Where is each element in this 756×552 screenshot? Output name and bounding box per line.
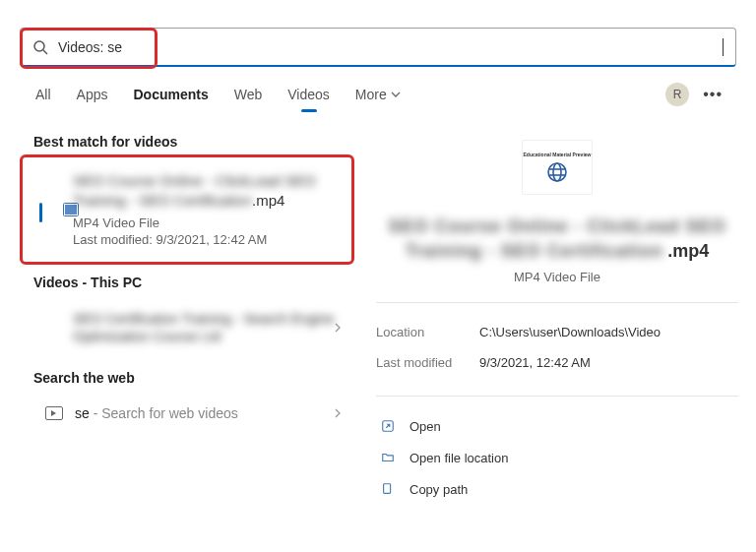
action-copy-path[interactable]: Copy path: [376, 473, 738, 505]
chevron-down-icon: [391, 92, 401, 97]
result-title: SEO Course Online - ClickLead SEO Traini…: [73, 171, 341, 212]
tab-apps[interactable]: Apps: [75, 81, 110, 108]
text-caret: [723, 38, 724, 56]
action-open[interactable]: Open: [376, 410, 738, 442]
meta-location: Location C:\Users\user\Downloads\Video: [376, 317, 738, 347]
result-type: MP4 Video File: [73, 215, 341, 230]
preview-title: SEO Course Online - ClickLead SEO Traini…: [376, 215, 738, 264]
tabs-left: All Apps Documents Web Videos More: [33, 81, 403, 108]
videos-pc-heading: Videos - This PC: [33, 275, 356, 290]
preview-type: MP4 Video File: [514, 270, 600, 284]
search-icon: [32, 39, 48, 55]
best-match-heading: Best match for videos: [33, 134, 356, 150]
chevron-right-icon: [335, 408, 341, 418]
result-best-match[interactable]: SEO Course Online - ClickLead SEO Traini…: [33, 159, 356, 257]
svg-point-0: [34, 41, 44, 51]
result2-title: SEO Certification Training - Search Engi…: [73, 310, 335, 347]
search-bar[interactable]: Videos: se: [20, 28, 736, 67]
result-modified: Last modified: 9/3/2021, 12:42 AM: [73, 232, 341, 247]
svg-line-1: [43, 50, 47, 54]
tab-all[interactable]: All: [33, 81, 53, 108]
tab-more[interactable]: More: [353, 81, 403, 108]
action-open-location[interactable]: Open file location: [376, 442, 738, 473]
tab-more-label: More: [355, 87, 387, 102]
tabs-right: R •••: [665, 83, 723, 106]
thumb-text: Educational Material Preview: [524, 152, 592, 157]
search-web-heading: Search the web: [33, 370, 356, 386]
tabs-row: All Apps Documents Web Videos More R •••: [0, 67, 756, 108]
tab-videos[interactable]: Videos: [285, 81, 332, 108]
result-video-pc[interactable]: SEO Certification Training - Search Engi…: [33, 300, 356, 357]
copy-icon: [380, 481, 396, 497]
meta-modified: Last modified 9/3/2021, 12:42 AM: [376, 347, 738, 378]
video-icon: [45, 406, 63, 420]
divider: [376, 302, 738, 303]
divider: [376, 396, 738, 397]
more-options-icon[interactable]: •••: [703, 86, 723, 103]
svg-point-5: [553, 163, 561, 181]
selection-indicator: [39, 203, 42, 222]
svg-point-4: [548, 163, 566, 181]
search-input-text[interactable]: Videos: se: [58, 39, 724, 55]
tab-documents[interactable]: Documents: [131, 81, 210, 108]
preview-pane: Educational Material Preview SEO Course …: [376, 126, 738, 284]
search-web-card[interactable]: se - Search for web videos: [33, 396, 356, 431]
chevron-right-icon: [335, 323, 341, 333]
folder-icon: [380, 450, 396, 465]
web-search-text: se - Search for web videos: [75, 405, 238, 421]
file-thumbnail: Educational Material Preview: [522, 140, 593, 195]
tab-web[interactable]: Web: [232, 81, 265, 108]
open-icon: [380, 418, 396, 434]
globe-icon: [545, 160, 569, 184]
user-avatar[interactable]: R: [665, 83, 689, 106]
